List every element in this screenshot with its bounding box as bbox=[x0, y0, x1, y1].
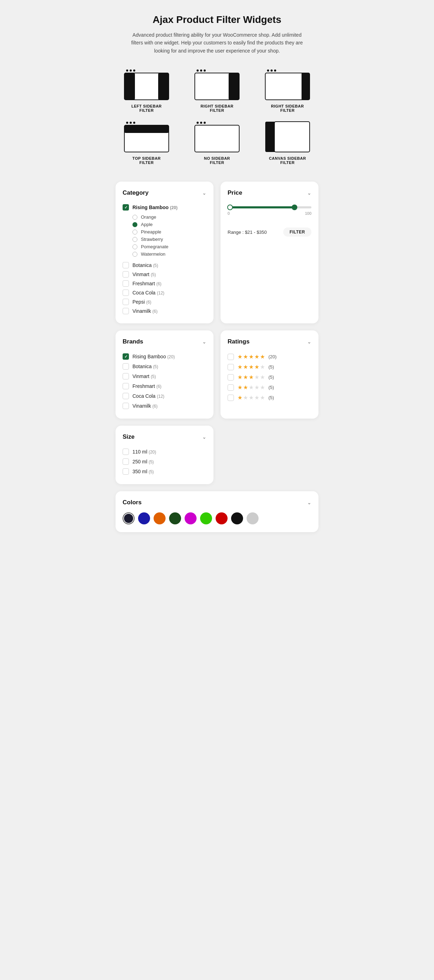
color-blue[interactable] bbox=[138, 512, 150, 524]
rating-2[interactable]: ★★★★★ (5) bbox=[228, 382, 311, 393]
ratings-header[interactable]: Ratings ⌄ bbox=[228, 338, 311, 345]
rating-3-checkbox[interactable] bbox=[228, 374, 234, 380]
sub-orange[interactable]: Orange bbox=[133, 213, 206, 221]
size-header[interactable]: Size ⌄ bbox=[123, 433, 206, 441]
rating-2-stars: ★★★★★ bbox=[238, 384, 265, 391]
rating-5-checkbox[interactable] bbox=[228, 354, 234, 360]
rising-bamboo-checkbox[interactable] bbox=[123, 204, 129, 210]
sub-strawberry[interactable]: Strawberry bbox=[133, 235, 206, 243]
pineapple-radio[interactable] bbox=[133, 229, 138, 234]
slider-thumb-right[interactable] bbox=[292, 205, 297, 210]
brands-chevron-icon: ⌄ bbox=[202, 339, 206, 345]
category-vinamilk[interactable]: Vinamilk (6) bbox=[123, 307, 206, 316]
color-magenta[interactable] bbox=[185, 512, 196, 524]
ratings-title: Ratings bbox=[228, 338, 249, 345]
orange-radio[interactable] bbox=[133, 215, 138, 220]
brand-vinamilk[interactable]: Vinamilk (6) bbox=[123, 401, 206, 411]
brand-rising-bamboo[interactable]: Rising Bamboo (20) bbox=[123, 352, 206, 361]
size-110-checkbox[interactable] bbox=[123, 449, 129, 455]
color-orange[interactable] bbox=[154, 512, 166, 524]
brand-coca-checkbox[interactable] bbox=[123, 393, 129, 399]
rating-1[interactable]: ★★★★★ (5) bbox=[228, 393, 311, 403]
sub-apple[interactable]: Apple bbox=[133, 221, 206, 228]
color-red[interactable] bbox=[215, 512, 228, 524]
vinmart-checkbox[interactable] bbox=[123, 271, 129, 278]
layout-no-sidebar[interactable]: NO SIDEBARFILTER bbox=[186, 121, 248, 165]
svg-rect-15 bbox=[301, 73, 310, 100]
brands-header[interactable]: Brands ⌄ bbox=[123, 338, 206, 345]
layout-right-sidebar[interactable]: RIGHT SIDEBARFILTER bbox=[186, 69, 248, 113]
botanica-checkbox[interactable] bbox=[123, 262, 129, 268]
watermelon-radio[interactable] bbox=[133, 252, 138, 257]
pepsi-checkbox[interactable] bbox=[123, 299, 129, 305]
category-botanica[interactable]: Botanica (5) bbox=[123, 261, 206, 270]
size-250-checkbox[interactable] bbox=[123, 458, 129, 465]
price-card: Price ⌄ 0 100 Range : $21 - $350 FILTER bbox=[220, 181, 318, 323]
svg-point-14 bbox=[274, 70, 276, 72]
svg-point-24 bbox=[204, 122, 206, 124]
brand-botanica[interactable]: Botanica (5) bbox=[123, 361, 206, 371]
rating-4-checkbox[interactable] bbox=[228, 364, 234, 370]
rating-1-checkbox[interactable] bbox=[228, 395, 234, 401]
brand-bot-checkbox[interactable] bbox=[123, 363, 129, 369]
cocacola-checkbox[interactable] bbox=[123, 290, 129, 296]
category-freshmart[interactable]: Freshmart (6) bbox=[123, 279, 206, 288]
price-filter-button[interactable]: FILTER bbox=[283, 228, 311, 237]
colors-header[interactable]: Colors ⌄ bbox=[123, 499, 311, 506]
brand-freshmart[interactable]: Freshmart (6) bbox=[123, 381, 206, 391]
left-sidebar-label: LEFT SIDEBARFILTER bbox=[131, 104, 162, 113]
brand-vinmart[interactable]: Vinmart (5) bbox=[123, 371, 206, 381]
rating-2-checkbox[interactable] bbox=[228, 384, 234, 391]
slider-max-label: 100 bbox=[305, 211, 311, 215]
brand-vin-checkbox[interactable] bbox=[123, 373, 129, 379]
freshmart-label: Freshmart (6) bbox=[133, 281, 162, 286]
category-vinmart[interactable]: Vinmart (5) bbox=[123, 270, 206, 279]
rating-4[interactable]: ★★★★★ (5) bbox=[228, 362, 311, 372]
brand-fresh-checkbox[interactable] bbox=[123, 383, 129, 389]
pomegranate-radio[interactable] bbox=[133, 244, 138, 249]
slider-labels: 0 100 bbox=[228, 211, 311, 215]
sub-watermelon[interactable]: Watermelon bbox=[133, 250, 206, 258]
slider-thumb-left[interactable] bbox=[227, 205, 233, 210]
rating-3-stars: ★★★★★ bbox=[238, 374, 265, 380]
size-250[interactable]: 250 ml (5) bbox=[123, 457, 206, 466]
category-pepsi[interactable]: Pepsi (6) bbox=[123, 297, 206, 307]
strawberry-radio[interactable] bbox=[133, 237, 138, 242]
size-110[interactable]: 110 ml (20) bbox=[123, 447, 206, 457]
apple-radio[interactable] bbox=[133, 222, 138, 227]
color-dark-navy[interactable] bbox=[123, 512, 135, 524]
watermelon-label: Watermelon bbox=[141, 251, 166, 257]
rating-5[interactable]: ★★★★★ (20) bbox=[228, 352, 311, 362]
sub-pineapple[interactable]: Pineapple bbox=[133, 228, 206, 235]
sub-pomegranate[interactable]: Pomegranate bbox=[133, 243, 206, 250]
rating-2-count: (5) bbox=[268, 385, 274, 390]
size-350-checkbox[interactable] bbox=[123, 468, 129, 475]
freshmart-checkbox[interactable] bbox=[123, 280, 129, 287]
brand-fresh-label: Freshmart (6) bbox=[133, 383, 162, 389]
price-header[interactable]: Price ⌄ bbox=[228, 189, 311, 196]
layout-left-sidebar[interactable]: LEFT SIDEBARFILTER bbox=[116, 69, 177, 113]
color-black[interactable] bbox=[231, 512, 243, 524]
color-dark-green[interactable] bbox=[169, 512, 181, 524]
vinamilk-checkbox[interactable] bbox=[123, 308, 129, 314]
slider-track[interactable] bbox=[228, 206, 311, 208]
layout-right-sidebar-2[interactable]: RIGHT SIDEBARFILTER bbox=[257, 69, 318, 113]
layout-canvas-sidebar[interactable]: CANVAS SIDEBARFILTER bbox=[257, 121, 318, 165]
category-title: Category bbox=[123, 189, 149, 196]
category-card: Category ⌄ Rising Bamboo (20) Orange App… bbox=[116, 181, 214, 323]
no-sidebar-icon bbox=[194, 121, 240, 153]
color-green[interactable] bbox=[200, 512, 212, 524]
category-cocacola[interactable]: Coca Cola (12) bbox=[123, 288, 206, 297]
layout-grid: LEFT SIDEBARFILTER RIGHT SIDEBARFILTER R… bbox=[116, 69, 318, 165]
brand-cocacola[interactable]: Coca Cola (12) bbox=[123, 391, 206, 401]
svg-point-23 bbox=[200, 122, 202, 124]
size-350[interactable]: 350 ml (5) bbox=[123, 466, 206, 476]
color-gray[interactable] bbox=[247, 512, 258, 524]
brand-rb-checkbox[interactable] bbox=[123, 353, 129, 360]
rating-3[interactable]: ★★★★★ (5) bbox=[228, 372, 311, 382]
category-header[interactable]: Category ⌄ bbox=[123, 189, 206, 196]
filters-section: Category ⌄ Rising Bamboo (20) Orange App… bbox=[116, 181, 318, 532]
layout-top-sidebar[interactable]: TOP SIDEBARFILTER bbox=[116, 121, 177, 165]
category-rising-bamboo[interactable]: Rising Bamboo (20) bbox=[123, 203, 206, 212]
brand-vina-checkbox[interactable] bbox=[123, 403, 129, 409]
